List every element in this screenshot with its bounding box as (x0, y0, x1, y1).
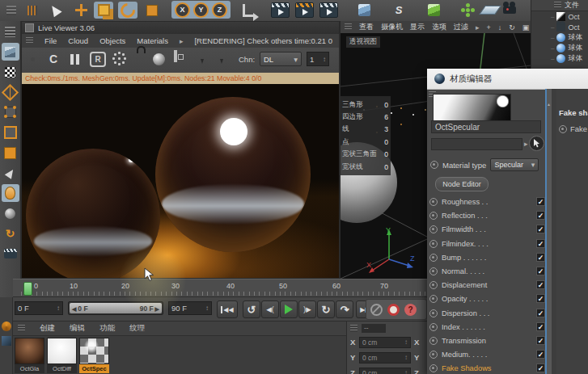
array-modeling-button[interactable] (458, 2, 477, 19)
position-x-field[interactable]: 0 cm (359, 337, 411, 348)
material-menu-texture[interactable]: 纹理 (129, 323, 145, 334)
assign-expand-icon[interactable]: ▸ (524, 140, 528, 148)
autokey-record-button[interactable] (387, 304, 400, 316)
coordinates-mode-field[interactable]: -- (362, 324, 386, 333)
param-radio-icon[interactable] (429, 351, 438, 359)
next-frame-button[interactable] (298, 300, 316, 318)
param-radio-icon[interactable] (429, 240, 438, 248)
material-editor-titlebar[interactable]: 材质编辑器 (427, 69, 588, 90)
material-menu-function[interactable]: 功能 (99, 323, 115, 334)
camera-button[interactable] (500, 2, 519, 19)
param-checkbox[interactable] (536, 225, 545, 233)
end-frame-field[interactable]: 90 F (168, 301, 212, 315)
param-radio-icon[interactable] (429, 323, 438, 331)
undo-mode-button[interactable] (2, 23, 19, 40)
param-radio-icon[interactable] (429, 281, 438, 289)
material-assign-field[interactable] (431, 138, 522, 150)
object-item[interactable]: –球体 (531, 43, 588, 53)
restart-render-button[interactable]: C (49, 52, 57, 67)
add-cube-button[interactable] (354, 2, 374, 19)
menu-objects[interactable]: Objects (99, 36, 125, 45)
param-radio-icon[interactable] (429, 309, 438, 317)
param-checkbox[interactable] (536, 309, 545, 317)
plugin-icon-orange[interactable] (2, 321, 11, 331)
viewport-menu-camera[interactable]: 摄像机 (381, 22, 403, 32)
snap-button[interactable] (2, 204, 19, 222)
menu-cloud[interactable]: Cloud (68, 36, 88, 45)
param-radio-icon[interactable] (429, 267, 438, 275)
object-item[interactable]: –球体 (531, 32, 588, 43)
coordinate-system-button[interactable] (239, 2, 259, 19)
param-radio-icon[interactable] (429, 198, 438, 206)
play-forwards-button[interactable] (317, 300, 335, 318)
texture-mode-button[interactable] (2, 63, 19, 81)
viewport-name-label[interactable]: 透视视图 (346, 36, 380, 48)
render-view-button[interactable] (270, 2, 290, 19)
param-radio-icon[interactable] (429, 364, 438, 372)
timeline-playhead[interactable] (23, 282, 32, 296)
param-radio-icon[interactable] (429, 295, 438, 303)
range-bar[interactable]: 0 F 90 F (70, 303, 162, 313)
next-key-button[interactable] (336, 300, 353, 318)
channel-dropdown[interactable]: DL (260, 52, 302, 66)
param-checkbox[interactable] (536, 322, 545, 331)
selection-tool-button[interactable] (45, 2, 65, 19)
pan-view-icon[interactable]: + (487, 23, 491, 32)
move-tool-button[interactable] (71, 2, 91, 19)
axis-y-button[interactable]: Y (193, 2, 209, 18)
material-menu-create[interactable]: 创建 (40, 323, 55, 334)
polygons-mode-button[interactable] (2, 144, 19, 162)
play-button[interactable] (280, 300, 298, 318)
rotate-workplane-button[interactable]: ↻ (2, 225, 19, 242)
keyframe-help-button[interactable]: ? (404, 304, 417, 316)
material-picker-button[interactable] (529, 136, 544, 151)
menu-file[interactable]: File (44, 36, 57, 45)
region-render-button[interactable]: R (90, 52, 106, 67)
viewport-menu-options[interactable]: 选项 (432, 22, 446, 32)
rotate-view-icon[interactable]: ↻ (509, 23, 515, 32)
position-z-field[interactable]: 0 cm (359, 368, 411, 374)
make-editable-button[interactable] (2, 43, 19, 61)
attribute-radio-icon[interactable] (559, 125, 567, 133)
param-radio-icon[interactable] (429, 337, 438, 345)
lattice-mode-button[interactable] (2, 83, 19, 101)
material-menu-edit[interactable]: 编辑 (70, 323, 85, 334)
animation-palette-button[interactable] (2, 245, 19, 263)
menu-overflow-icon[interactable] (476, 23, 480, 32)
param-radio-icon[interactable] (429, 254, 438, 262)
axis-mode-button[interactable] (2, 164, 19, 182)
subdivision-surface-button[interactable] (424, 2, 443, 19)
toggle-view-icon[interactable]: ▣ (522, 23, 530, 32)
param-checkbox[interactable] (536, 211, 545, 220)
object-manager-menu-file[interactable]: 文件 (565, 0, 579, 11)
points-mode-button[interactable] (2, 103, 19, 121)
palette-icon[interactable] (23, 2, 42, 19)
param-checkbox[interactable] (536, 336, 545, 345)
menu-grip-icon[interactable] (18, 325, 25, 332)
edges-mode-button[interactable] (2, 124, 19, 141)
previous-frame-button[interactable] (261, 300, 279, 318)
viewport-solo-button[interactable] (2, 184, 19, 202)
menu-overflow-icon[interactable] (180, 36, 184, 45)
channel-count-field[interactable]: 1 (307, 52, 329, 66)
param-checkbox[interactable] (536, 280, 545, 289)
render-output[interactable] (22, 84, 339, 278)
object-item[interactable]: –Oct (531, 11, 588, 22)
material-ball-button[interactable] (153, 53, 165, 65)
material-editor-scrollbar[interactable] (545, 89, 552, 374)
param-radio-icon[interactable] (429, 225, 438, 233)
frame-range-slider[interactable]: 0 F 90 F (68, 301, 163, 315)
live-viewer-titlebar[interactable]: Live Viewer 3.06 (22, 22, 339, 34)
menu-grip-icon[interactable] (345, 23, 352, 31)
node-editor-button[interactable]: Node Editor (435, 177, 489, 191)
material-type-radio-icon[interactable] (430, 161, 438, 169)
param-checkbox[interactable] (536, 350, 545, 359)
material-thumbnail[interactable]: OctGla (15, 338, 44, 374)
floor-button[interactable] (480, 2, 500, 19)
param-checkbox[interactable] (536, 239, 545, 248)
dolly-view-icon[interactable]: ↓ (498, 23, 502, 32)
current-frame-field[interactable]: 0 F (15, 301, 63, 315)
object-item[interactable]: –Oct (531, 22, 588, 32)
scale-tool-button[interactable] (94, 2, 113, 19)
render-picture-viewer-button[interactable] (294, 2, 314, 19)
